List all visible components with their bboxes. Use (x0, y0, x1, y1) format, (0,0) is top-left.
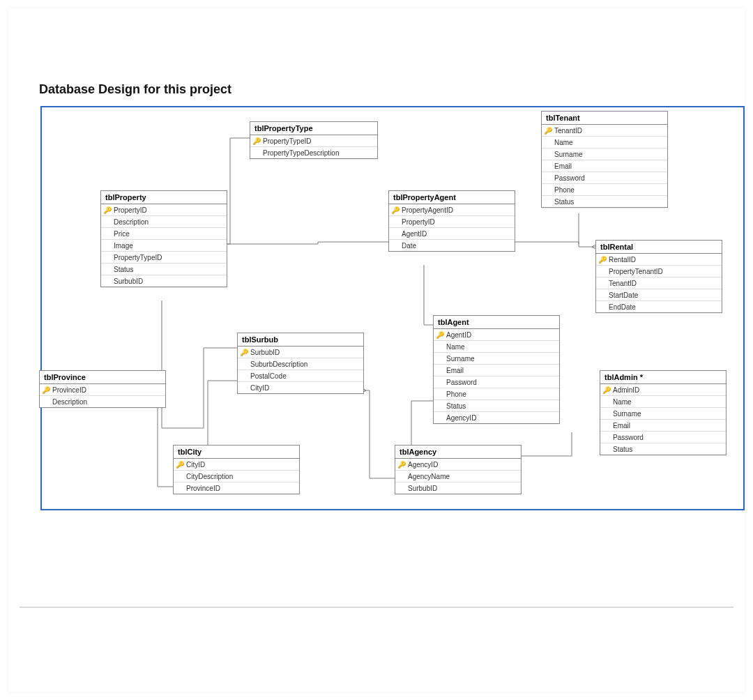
table-property-type[interactable]: tblPropertyType 🔑PropertyTypeIDPropertyT… (250, 121, 378, 159)
column-row: SuburbDescription (238, 358, 363, 370)
column-row: Password (434, 376, 559, 388)
column-row: Status (542, 196, 667, 207)
column-name: SurbubID (249, 349, 362, 356)
table-body: 🔑PropertyTypeIDPropertyTypeDescription (250, 135, 377, 158)
column-name: CityID (249, 384, 362, 392)
column-row: Status (434, 400, 559, 412)
column-name: AgencyID (445, 414, 558, 422)
column-row: AgencyID (434, 412, 559, 423)
primary-key-icon: 🔑 (598, 256, 607, 264)
table-city[interactable]: tblCity 🔑CityIDCityDescriptionProvinceID (173, 445, 300, 494)
column-row: ProvinceID (174, 482, 299, 494)
table-body: 🔑CityIDCityDescriptionProvinceID (174, 459, 299, 494)
column-name: PropertyID (400, 218, 513, 226)
table-agent[interactable]: tblAgent 🔑AgentIDNameSurnameEmailPasswor… (433, 315, 560, 424)
table-property[interactable]: tblProperty 🔑PropertyIDDescriptionPriceI… (100, 190, 227, 287)
column-row: PropertyTypeDescription (250, 147, 377, 158)
table-title: tblPropertyAgent (389, 191, 515, 204)
table-title: tblCity (174, 446, 299, 459)
table-title: tblRental (596, 241, 722, 254)
table-title: tblPropertyType (250, 122, 377, 135)
column-name: Password (445, 379, 558, 386)
table-admin[interactable]: tblAdmin * 🔑AdminIDNameSurnameEmailPassw… (600, 370, 727, 455)
column-name: Price (112, 230, 225, 238)
column-row: Email (434, 365, 559, 376)
column-name: ProvinceID (185, 485, 298, 492)
column-row: 🔑PropertyTypeID (250, 135, 377, 147)
primary-key-icon: 🔑 (390, 206, 400, 214)
column-row: CityID (238, 382, 363, 393)
column-row: Email (542, 160, 667, 172)
column-name: Description (51, 398, 164, 406)
table-province[interactable]: tblProvince 🔑ProvinceIDDescription (39, 370, 166, 408)
table-agency[interactable]: tblAgency 🔑AgencyIDAgencyNameSurbubID (395, 445, 522, 494)
column-row: PropertyID (389, 216, 515, 228)
table-tenant[interactable]: tblTenant 🔑TenantIDNameSurnameEmailPassw… (541, 111, 668, 208)
column-name: Name (611, 398, 724, 406)
column-row: CityDescription (174, 471, 299, 482)
column-row: AgencyName (395, 471, 521, 482)
table-body: 🔑RentalIDPropertyTenantIDTenantIDStartDa… (596, 254, 722, 312)
table-body: 🔑AgencyIDAgencyNameSurbubID (395, 459, 521, 494)
column-row: 🔑PropertyAgentID (389, 204, 515, 216)
column-name: AgencyName (406, 473, 519, 480)
column-name: SurbubID (112, 277, 225, 285)
column-row: AgentID (389, 228, 515, 240)
primary-key-icon: 🔑 (602, 386, 611, 394)
column-row: PropertyTenantID (596, 266, 722, 277)
column-row: SurbubID (395, 482, 521, 494)
column-row: 🔑PropertyID (101, 204, 227, 216)
column-name: Image (112, 242, 225, 250)
column-row: Surname (542, 149, 667, 160)
column-name: AgentID (400, 230, 513, 238)
column-name: PropertyTypeDescription (261, 149, 376, 157)
column-row: Name (542, 137, 667, 149)
column-row: Phone (434, 388, 559, 400)
table-property-agent[interactable]: tblPropertyAgent 🔑PropertyAgentIDPropert… (388, 190, 515, 252)
column-row: Status (101, 264, 227, 275)
horizontal-divider (20, 607, 733, 608)
table-body: 🔑PropertyIDDescriptionPriceImageProperty… (101, 204, 227, 287)
primary-key-icon: 🔑 (252, 137, 261, 145)
column-row: Status (600, 443, 726, 455)
column-name: Phone (553, 186, 666, 194)
column-name: Phone (445, 390, 558, 398)
column-row: 🔑RentalID (596, 254, 722, 266)
table-body: 🔑ProvinceIDDescription (40, 384, 165, 407)
table-rental[interactable]: tblRental 🔑RentalIDPropertyTenantIDTenan… (595, 240, 722, 313)
table-body: 🔑PropertyAgentIDPropertyIDAgentIDDate (389, 204, 515, 251)
column-row: PropertyTypeID (101, 252, 227, 264)
column-row: Description (101, 216, 227, 228)
column-name: Email (445, 367, 558, 374)
primary-key-icon: 🔑 (543, 127, 553, 135)
column-name: Name (445, 343, 558, 351)
table-body: 🔑SurbubIDSuburbDescriptionPostalCodeCity… (238, 347, 363, 393)
column-name: EndDate (607, 303, 720, 311)
page-title: Database Design for this project (39, 82, 231, 97)
column-name: PropertyAgentID (400, 206, 513, 214)
column-row: Email (600, 420, 726, 432)
primary-key-icon: 🔑 (102, 206, 112, 214)
column-name: PropertyTenantID (607, 268, 720, 275)
column-name: Status (112, 266, 225, 273)
table-surbub[interactable]: tblSurbub 🔑SurbubIDSuburbDescriptionPost… (237, 333, 364, 394)
column-name: SurbubID (406, 485, 519, 492)
column-row: Price (101, 228, 227, 240)
primary-key-icon: 🔑 (435, 331, 445, 339)
primary-key-icon: 🔑 (41, 386, 51, 394)
column-name: ProvinceID (51, 386, 164, 394)
column-name: AgencyID (406, 461, 519, 469)
column-row: StartDate (596, 289, 722, 301)
column-name: Status (553, 198, 666, 206)
column-name: Email (553, 162, 666, 170)
column-name: AgentID (445, 331, 558, 339)
column-row: PostalCode (238, 370, 363, 382)
column-name: Email (611, 422, 724, 429)
column-name: CityDescription (185, 473, 298, 480)
column-row: Date (389, 240, 515, 251)
column-row: 🔑SurbubID (238, 347, 363, 358)
column-row: 🔑AdminID (600, 384, 726, 396)
column-row: Password (600, 432, 726, 443)
column-name: Date (400, 242, 513, 250)
column-row: Phone (542, 184, 667, 196)
